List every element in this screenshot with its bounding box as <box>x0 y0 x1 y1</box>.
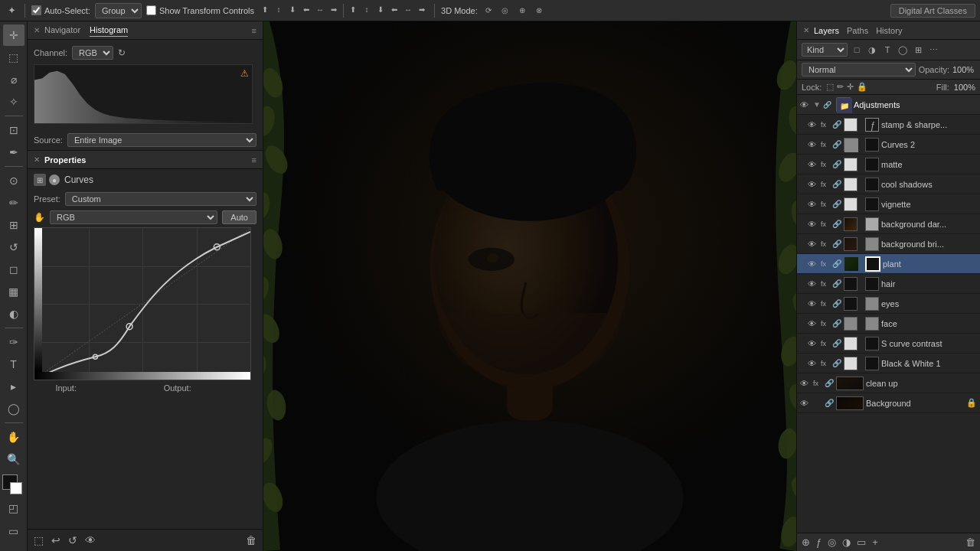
move-tool-icon[interactable]: ✦ <box>5 4 18 18</box>
layer-item[interactable]: 👁 fx 🔗 cool shadows <box>797 174 980 194</box>
layer-item[interactable]: 👁 fx 🔗 background dar... <box>797 214 980 234</box>
gradient-tool[interactable]: ▦ <box>3 281 24 302</box>
3d-icon-2[interactable]: ◎ <box>499 5 511 17</box>
channel-select[interactable]: RGB <box>72 46 113 60</box>
shape-tool[interactable]: ◯ <box>3 398 24 419</box>
align-vcenter-icon[interactable]: ↕ <box>273 4 285 16</box>
filter-shape-icon[interactable]: ◯ <box>897 44 909 56</box>
blend-mode-select[interactable]: Normal <box>802 63 916 77</box>
layer-visibility-icon[interactable]: 👁 <box>808 259 818 269</box>
layer-item[interactable]: 👁 fx 🔗 Black & White 1 <box>797 354 980 373</box>
source-select[interactable]: Entire Image <box>67 133 256 147</box>
filter-more-icon[interactable]: ⋯ <box>927 44 939 56</box>
pen-tool[interactable]: ✑ <box>3 331 24 353</box>
group-layers-icon[interactable]: ▭ <box>857 536 866 548</box>
3d-icon-3[interactable]: ⊕ <box>516 5 528 17</box>
layer-visibility-icon[interactable]: 👁 <box>800 100 811 109</box>
screen-mode-tool[interactable]: ▭ <box>3 520 24 542</box>
path-select-tool[interactable]: ▸ <box>3 376 24 397</box>
hand-tool[interactable]: ✋ <box>3 426 24 448</box>
delete-icon[interactable]: 🗑 <box>246 534 256 546</box>
distrib-bot-icon[interactable]: ⬇ <box>374 4 387 16</box>
spot-heal-tool[interactable]: ⊙ <box>3 170 24 191</box>
adjustment-layer-icon[interactable]: ◑ <box>842 536 851 548</box>
previous-state-icon[interactable]: ↩ <box>51 534 60 546</box>
filter-smart-icon[interactable]: ⊞ <box>912 44 924 56</box>
layer-visibility-icon[interactable]: 👁 <box>808 220 818 229</box>
refresh-icon[interactable]: ↻ <box>118 47 126 58</box>
layer-item[interactable]: 👁 fx 🔗 matte <box>797 155 980 174</box>
layer-visibility-icon[interactable]: 👁 <box>800 379 811 388</box>
history-brush-tool[interactable]: ↺ <box>3 236 24 258</box>
layer-item[interactable]: 👁 fx 🔗 clean up <box>797 373 980 393</box>
eraser-tool[interactable]: ◻ <box>3 259 24 280</box>
curves-graph[interactable] <box>34 227 251 380</box>
layer-item[interactable]: 👁 ▼ 🔗 📁 Adjustments <box>797 95 980 115</box>
move-tool[interactable]: ✛ <box>3 24 24 46</box>
text-tool[interactable]: T <box>3 354 24 375</box>
new-layer-icon[interactable]: + <box>872 536 878 548</box>
distrib-vc-icon[interactable]: ↕ <box>361 4 373 16</box>
navigator-tab[interactable]: Navigator <box>44 24 80 37</box>
auto-select-checkbox[interactable]: Auto-Select: <box>31 5 90 15</box>
brush-tool[interactable]: ✏ <box>3 192 24 214</box>
add-adjustment-icon[interactable]: ⊕ <box>802 536 810 548</box>
lock-position-icon[interactable]: ✏ <box>837 82 844 92</box>
layer-visibility-icon[interactable]: 👁 <box>808 279 818 289</box>
layer-style-icon[interactable]: ƒ <box>816 536 822 548</box>
eyedropper-tool[interactable]: ✒ <box>3 142 24 163</box>
layer-item[interactable]: 👁 fx 🔗 S curve contrast <box>797 334 980 354</box>
layers-close-icon[interactable]: ✕ <box>803 26 809 34</box>
filter-type-icon[interactable]: T <box>881 44 893 56</box>
align-bottom-icon[interactable]: ⬇ <box>286 4 299 16</box>
paths-tab[interactable]: Paths <box>847 24 868 37</box>
layer-item-plant[interactable]: 👁 fx 🔗 plant <box>797 254 980 274</box>
stamp-tool[interactable]: ⊞ <box>3 214 24 236</box>
lasso-tool[interactable]: ⌀ <box>3 69 24 90</box>
group-select[interactable]: Group <box>95 3 142 18</box>
align-hcenter-icon[interactable]: ↔ <box>314 4 326 16</box>
layer-visibility-icon[interactable]: 👁 <box>808 140 818 149</box>
layer-visibility-icon[interactable]: 👁 <box>808 319 818 328</box>
layer-item[interactable]: 👁 🔗 Background 🔒 <box>797 393 980 413</box>
layer-visibility-icon[interactable]: 👁 <box>808 160 818 169</box>
layer-item[interactable]: 👁 fx 🔗 hair <box>797 274 980 294</box>
kind-select[interactable]: Kind <box>802 43 848 57</box>
show-transform-checkbox[interactable]: Show Transform Controls <box>146 5 254 15</box>
align-left-icon[interactable]: ⬅ <box>300 4 312 16</box>
layer-visibility-icon[interactable]: 👁 <box>808 240 818 249</box>
lock-artboard-icon[interactable]: ✛ <box>847 82 854 92</box>
layer-item[interactable]: 👁 fx 🔗 background bri... <box>797 234 980 254</box>
auto-select-input[interactable] <box>31 5 41 15</box>
distrib-hc-icon[interactable]: ↔ <box>402 4 414 16</box>
layer-item[interactable]: 👁 fx 🔗 vignette <box>797 194 980 214</box>
align-right-icon[interactable]: ➡ <box>328 4 340 16</box>
auto-button[interactable]: Auto <box>222 210 256 224</box>
magic-wand-tool[interactable]: ✧ <box>3 91 24 112</box>
zoom-tool[interactable]: 🔍 <box>3 448 24 470</box>
layer-visibility-icon[interactable]: 👁 <box>800 399 811 408</box>
layer-item[interactable]: 👁 fx 🔗 face <box>797 314 980 334</box>
histogram-tab[interactable]: Histogram <box>90 24 128 37</box>
folder-arrow-icon[interactable]: ▼ <box>813 100 821 109</box>
visibility-icon[interactable]: 👁 <box>85 534 96 546</box>
layer-visibility-icon[interactable]: 👁 <box>808 200 818 209</box>
lock-all-icon[interactable]: 🔒 <box>857 82 867 92</box>
layer-item[interactable]: 👁 fx 🔗 eyes <box>797 294 980 314</box>
reset-icon[interactable]: ↺ <box>68 534 77 546</box>
histogram-close[interactable]: ✕ <box>34 26 40 34</box>
layer-visibility-icon[interactable]: 👁 <box>808 120 818 129</box>
properties-close[interactable]: ✕ <box>34 155 40 164</box>
layer-visibility-icon[interactable]: 👁 <box>808 180 818 189</box>
history-tab[interactable]: History <box>876 24 902 37</box>
filter-adj-icon[interactable]: ◑ <box>866 44 878 56</box>
delete-layer-icon[interactable]: 🗑 <box>965 536 975 548</box>
clip-to-layer-icon[interactable]: ⬚ <box>34 534 44 546</box>
background-swatch[interactable] <box>10 482 22 494</box>
layer-item[interactable]: 👁 fx 🔗 ƒ stamp & sharpe... <box>797 115 980 135</box>
layer-visibility-icon[interactable]: 👁 <box>808 359 818 368</box>
selection-tool[interactable]: ⬚ <box>3 47 24 68</box>
filter-pixel-icon[interactable]: □ <box>851 44 863 56</box>
dodge-tool[interactable]: ◐ <box>3 303 24 324</box>
layers-tab[interactable]: Layers <box>814 24 839 37</box>
